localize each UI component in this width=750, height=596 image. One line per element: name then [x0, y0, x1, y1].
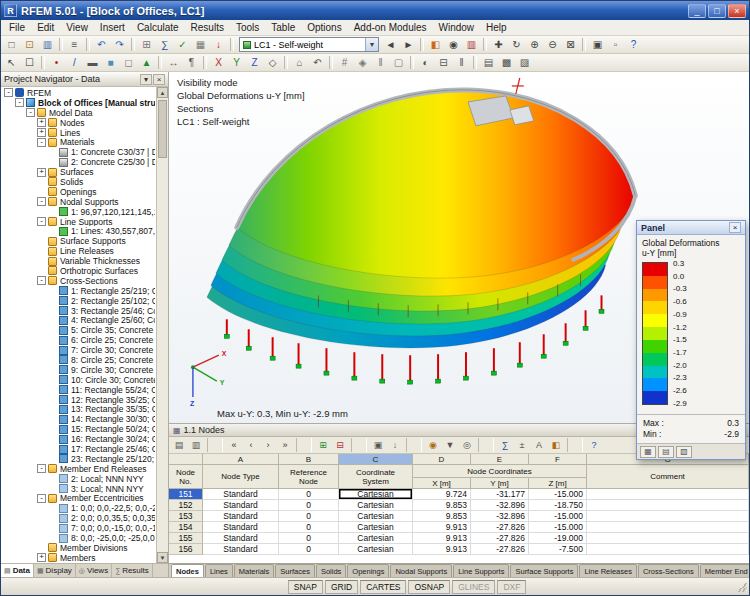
separator[interactable] [41, 56, 45, 69]
tree-item[interactable]: - RFEM [1, 88, 155, 98]
cell-node-no[interactable]: 154 [169, 522, 203, 533]
insert-member-icon[interactable]: ▬ [84, 55, 101, 71]
new-icon[interactable]: □ [3, 37, 20, 53]
separator[interactable] [203, 56, 207, 69]
view-x-icon[interactable]: X [210, 55, 227, 71]
row-next-icon[interactable]: › [260, 438, 276, 452]
load-case-select[interactable]: LC1 - Self-weight [239, 37, 379, 52]
tree-item[interactable]: + Lines [1, 128, 155, 138]
cell-node-no[interactable]: 152 [169, 500, 203, 511]
tree-item[interactable]: 2: Concrete C25/30 | DIN 1045-1 [1, 157, 155, 167]
cell-node-no[interactable]: 153 [169, 511, 203, 522]
cell-y[interactable]: -32.896 [471, 511, 529, 522]
row-last-icon[interactable]: » [277, 438, 293, 452]
cell-coordinate-system[interactable]: Cartesian [339, 511, 413, 522]
tree-item[interactable]: 23: Rectangle 25/120; Concrete [1, 454, 155, 464]
cell-node-type[interactable]: Standard [203, 544, 279, 555]
cell-z[interactable]: -15.000 [529, 522, 587, 533]
guidelines-icon[interactable]: ‖ [372, 55, 389, 71]
separator[interactable] [420, 38, 424, 51]
navigator-close-icon[interactable]: × [153, 74, 165, 85]
table-export-icon[interactable]: ▥ [188, 438, 204, 452]
chevron-down-icon[interactable] [365, 38, 378, 51]
cell-y[interactable]: -32.896 [471, 500, 529, 511]
sheet-tab[interactable]: Line Releases [579, 564, 637, 577]
row-first-icon[interactable]: « [226, 438, 242, 452]
status-toggle[interactable]: DXF [497, 580, 526, 594]
open-icon[interactable]: ⊡ [21, 37, 38, 53]
node-row[interactable]: 155 Standard 0 Cartesian 9.913 -27.826 -… [169, 533, 749, 544]
tree-item[interactable]: Line Releases [1, 246, 155, 256]
tree-expander-icon[interactable]: - [37, 138, 46, 147]
menu-item[interactable]: Tools [230, 21, 265, 34]
sum-icon[interactable]: ∑ [497, 438, 513, 452]
tree-expander-icon[interactable]: - [37, 494, 46, 503]
insert-surface-icon[interactable]: ■ [102, 55, 119, 71]
tree-item[interactable]: Member Divisions [1, 543, 155, 553]
save-icon[interactable]: ▥ [39, 37, 56, 53]
print-icon[interactable]: ≡ [66, 37, 83, 53]
sheet-tab[interactable]: Nodal Supports [390, 564, 452, 577]
tree-item[interactable]: 12: Rectangle 35/25; Concrete [1, 395, 155, 405]
tree-item[interactable]: 1: 0,0; 0,0,-22,5; 0,0,-22,5 [1, 503, 155, 513]
cell-reference-node[interactable]: 0 [279, 533, 339, 544]
cell-comment[interactable] [587, 522, 749, 533]
result-panel-icon[interactable]: ▥ [463, 37, 480, 53]
scroll-up-icon[interactable] [157, 87, 168, 98]
column-letter[interactable]: E [471, 454, 529, 465]
panel-close-icon[interactable]: × [729, 222, 741, 233]
tree-item[interactable]: - Block of Offices [Manual structures] [1, 98, 155, 108]
menu-item[interactable]: Window [433, 21, 481, 34]
tree-item[interactable]: - Line Supports [1, 217, 155, 227]
separator[interactable] [296, 438, 312, 452]
cell-y[interactable]: -27.826 [471, 522, 529, 533]
cell-x[interactable]: 9.913 [413, 544, 471, 555]
comment-icon[interactable]: ¶ [183, 55, 200, 71]
cell-comment[interactable] [587, 544, 749, 555]
cell-comment[interactable] [587, 511, 749, 522]
cell-x[interactable]: 9.913 [413, 522, 471, 533]
cell-reference-node[interactable]: 0 [279, 500, 339, 511]
tree-item[interactable]: 10: Circle 30; Concrete C30/37 [1, 375, 155, 385]
navigator-tab[interactable]: ∑ Results [112, 564, 153, 577]
tree-item[interactable]: 5: Circle 35; Concrete C30/37 [1, 325, 155, 335]
tree-item[interactable]: + Nodes [1, 118, 155, 128]
tree-item[interactable]: - Materials [1, 137, 155, 147]
scrollbar-thumb[interactable] [158, 100, 167, 158]
tree-item[interactable]: 1: Concrete C30/37 | DIN 1045-1 [1, 147, 155, 157]
print-graphic-icon[interactable]: ▫ [607, 37, 624, 53]
menu-item[interactable]: View [60, 21, 94, 34]
move-view-icon[interactable]: ✚ [490, 37, 507, 53]
tree-item[interactable]: 9: Circle 30; Concrete C30/37 [1, 365, 155, 375]
transparent-render-icon[interactable]: ▨ [516, 55, 533, 71]
cell-reference-node[interactable]: 0 [279, 522, 339, 533]
menu-item[interactable]: Calculate [131, 21, 185, 34]
view-z-icon[interactable]: Z [246, 55, 263, 71]
separator[interactable] [582, 38, 586, 51]
cell-coordinate-system[interactable]: Cartesian [339, 522, 413, 533]
column-letter[interactable]: C [339, 454, 413, 465]
cell-reference-node[interactable]: 0 [279, 511, 339, 522]
cell-coordinate-system[interactable]: Cartesian [339, 533, 413, 544]
cell-z[interactable]: -18.750 [529, 500, 587, 511]
sheet-tab[interactable]: Member End Releases [700, 564, 749, 577]
tree-item[interactable]: Orthotropic Surfaces [1, 266, 155, 276]
tree-item[interactable]: - Model Data [1, 108, 155, 118]
cell-coordinate-system[interactable]: Cartesian [339, 500, 413, 511]
delete-row-icon[interactable]: ⊟ [332, 438, 348, 452]
navigator-tab[interactable]: ▤ Data [1, 564, 34, 577]
tree-item[interactable]: - Cross-Sections [1, 276, 155, 286]
tree-item[interactable]: 7: Circle 30; Concrete C30/37 [1, 345, 155, 355]
cell-z[interactable]: -19.000 [529, 533, 587, 544]
zoom-all-icon[interactable]: ⌂ [291, 55, 308, 71]
tree-expander-icon[interactable]: + [37, 553, 46, 562]
tree-scrollbar[interactable] [156, 87, 168, 563]
separator[interactable] [473, 56, 477, 69]
separator[interactable] [329, 56, 333, 69]
cell-z[interactable]: -15.000 [529, 489, 587, 500]
minimize-button[interactable]: _ [688, 4, 706, 18]
status-toggle[interactable]: OSNAP [408, 580, 450, 594]
column-letter[interactable]: F [529, 454, 587, 465]
tree-expander-icon[interactable]: - [37, 217, 46, 226]
sheet-tab[interactable]: Cross-Sections [638, 564, 699, 577]
